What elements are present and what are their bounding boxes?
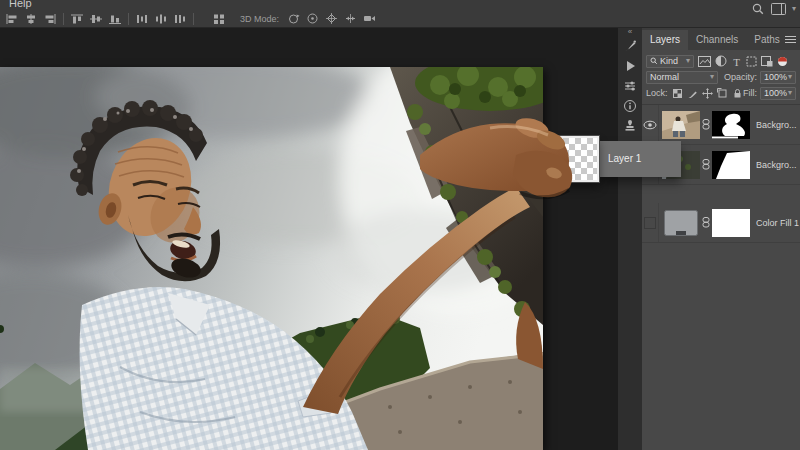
actions-icon[interactable]	[618, 56, 642, 76]
layer-row-color-fill[interactable]: Color Fill 1	[642, 203, 800, 243]
info-icon[interactable]	[618, 96, 642, 116]
lock-label: Lock:	[646, 88, 668, 98]
layer-mask-thumbnail[interactable]	[712, 209, 750, 237]
svg-text:T: T	[733, 56, 740, 67]
panel-tab-bar: Layers Channels Paths	[642, 27, 800, 50]
drag-ghost-label[interactable]: Layer 1	[599, 141, 681, 177]
lock-position-icon[interactable]	[702, 88, 713, 99]
search-icon[interactable]	[750, 2, 766, 16]
chevron-down-icon: ▾	[710, 73, 714, 81]
chevron-down-icon: ▾	[788, 89, 792, 97]
expand-dock-icon[interactable]: «	[618, 27, 642, 36]
layer-name: Color Fill 1	[756, 218, 799, 228]
distribute-horizontal-centers-icon[interactable]	[153, 12, 169, 26]
filter-smart-objects-icon[interactable]	[761, 55, 773, 67]
layer-filter-toggle-icon[interactable]	[777, 56, 788, 67]
3d-slide-icon[interactable]	[342, 12, 358, 26]
3d-pan-icon[interactable]	[323, 12, 339, 26]
fill-value: 100%	[764, 88, 787, 98]
align-top-edges-icon[interactable]	[69, 12, 85, 26]
brush-settings-icon[interactable]	[618, 36, 642, 56]
align-vertical-centers-icon[interactable]	[88, 12, 104, 26]
3d-mode-label: 3D Mode:	[240, 14, 279, 24]
chevron-down-icon: ▾	[686, 57, 690, 65]
lock-image-pixels-icon[interactable]	[687, 88, 698, 99]
lock-all-icon[interactable]	[732, 88, 743, 99]
blend-mode-select[interactable]: Normal ▾	[646, 71, 718, 84]
panel-dock: «	[618, 27, 642, 450]
align-right-edges-icon[interactable]	[42, 12, 58, 26]
options-bar: 3D Mode:	[0, 10, 800, 28]
layer-name: Backgro...	[756, 160, 797, 170]
3d-roll-icon[interactable]	[304, 12, 320, 26]
lock-transparent-pixels-icon[interactable]	[672, 88, 683, 99]
blend-mode-value: Normal	[650, 72, 679, 82]
options-separator	[128, 13, 129, 25]
options-separator	[63, 13, 64, 25]
menu-bar: Help	[0, 0, 800, 10]
workspace-switcher-icon[interactable]	[771, 2, 787, 16]
layer-thumbnail[interactable]	[662, 111, 700, 139]
document-canvas[interactable]	[0, 67, 543, 450]
options-separator	[193, 13, 194, 25]
fill-layer-swatch[interactable]	[662, 209, 700, 237]
filter-kind-label: Kind	[660, 56, 678, 66]
layer-row-background-1[interactable]: Backgro...	[642, 105, 800, 145]
adjustments-icon[interactable]	[618, 76, 642, 96]
distribute-spacing-icon[interactable]	[211, 12, 227, 26]
history-icon[interactable]	[618, 116, 642, 136]
tab-layers[interactable]: Layers	[642, 30, 688, 50]
fill-label: Fill:	[743, 88, 757, 98]
align-bottom-edges-icon[interactable]	[107, 12, 123, 26]
filter-pixel-layers-icon[interactable]	[698, 56, 711, 67]
fill-value-field[interactable]: 100% ▾	[760, 87, 796, 100]
blend-mode-row: Normal ▾ Opacity: 100% ▾	[642, 69, 800, 85]
visibility-cell[interactable]	[642, 203, 659, 242]
opacity-value-field[interactable]: 100% ▾	[760, 71, 796, 84]
opacity-label: Opacity:	[724, 72, 757, 82]
panel-menu-icon[interactable]	[785, 35, 796, 44]
filter-type-layers-icon[interactable]: T	[731, 56, 742, 67]
align-left-edges-icon[interactable]	[4, 12, 20, 26]
mask-link-icon[interactable]	[702, 119, 710, 130]
tab-paths[interactable]: Paths	[746, 30, 788, 50]
menu-item-help[interactable]: Help	[9, 0, 32, 9]
layer-mask-thumbnail[interactable]	[712, 151, 750, 179]
drag-ghost-transparent-thumbnail[interactable]	[543, 136, 599, 182]
mask-link-icon[interactable]	[702, 217, 710, 228]
drag-ghost-text: Layer 1	[608, 153, 641, 164]
3d-dolly-icon[interactable]	[361, 12, 377, 26]
hidden-eye-slot[interactable]	[644, 217, 656, 229]
lock-row: Lock: Fill: 100% ▾	[642, 85, 800, 101]
chevron-down-icon: ▾	[788, 73, 792, 81]
mask-link-icon[interactable]	[702, 159, 710, 170]
distribute-left-edges-icon[interactable]	[134, 12, 150, 26]
layers-panel: Layers Channels Paths Kind ▾ T	[642, 27, 800, 450]
visibility-cell[interactable]	[642, 105, 659, 144]
align-horizontal-centers-icon[interactable]	[23, 12, 39, 26]
lock-artboard-icon[interactable]	[717, 88, 728, 99]
3d-orbit-icon[interactable]	[285, 12, 301, 26]
tab-channels[interactable]: Channels	[688, 30, 746, 50]
opacity-value: 100%	[764, 72, 787, 82]
photo-man-climbing-cliff	[0, 67, 543, 450]
layer-name: Backgro...	[756, 120, 797, 130]
layer-mask-thumbnail[interactable]	[712, 111, 750, 139]
filter-adjustment-layers-icon[interactable]	[715, 55, 727, 67]
workspace-chevron-icon[interactable]: ▾	[792, 5, 796, 13]
filter-shape-layers-icon[interactable]	[746, 56, 757, 67]
layer-filter-row: Kind ▾ T	[642, 53, 800, 69]
filter-kind-dropdown[interactable]: Kind ▾	[646, 55, 694, 68]
distribute-right-edges-icon[interactable]	[172, 12, 188, 26]
eye-icon[interactable]	[643, 120, 657, 130]
drag-source-gap	[642, 185, 800, 203]
